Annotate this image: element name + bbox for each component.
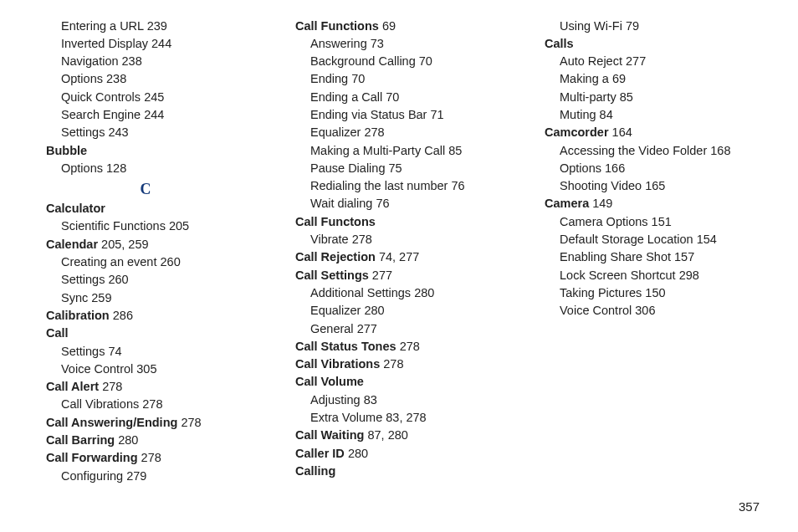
index-subentry[interactable]: Enabling Share Shot 157 xyxy=(545,248,760,266)
entry-page: 70 xyxy=(351,72,365,85)
index-heading[interactable]: Calibration 286 xyxy=(46,306,262,324)
index-subentry[interactable]: Voice Control 306 xyxy=(545,302,760,320)
entry-page: 157 xyxy=(674,250,694,263)
index-subentry[interactable]: Creating an event 260 xyxy=(46,253,262,271)
index-heading[interactable]: Call Answering/Ending 278 xyxy=(46,413,262,431)
index-subentry[interactable]: Options 166 xyxy=(545,159,760,176)
index-subentry[interactable]: Options 238 xyxy=(46,70,262,88)
index-subentry[interactable]: Configuring 279 xyxy=(46,467,262,484)
entry-label: Navigation xyxy=(61,54,119,68)
index-subentry[interactable]: Call Vibrations 278 xyxy=(46,396,262,413)
index-subentry[interactable]: Equalizer 278 xyxy=(295,124,511,141)
index-subentry[interactable]: Vibrate 278 xyxy=(295,231,511,248)
entry-page: 149 xyxy=(592,197,612,210)
index-subentry[interactable]: General 277 xyxy=(295,320,511,337)
index-subentry[interactable]: Shooting Video 165 xyxy=(545,177,760,195)
index-subentry[interactable]: Lock Screen Shortcut 298 xyxy=(545,266,760,284)
index-subentry[interactable]: Extra Volume 83, 278 xyxy=(295,409,511,427)
index-heading[interactable]: Calculator xyxy=(46,200,262,217)
index-subentry[interactable]: Taking Pictures 150 xyxy=(545,284,760,301)
entry-page: 306 xyxy=(635,304,655,317)
index-heading[interactable]: Call Barring 280 xyxy=(46,432,262,449)
entry-page: 205, 259 xyxy=(101,238,148,251)
entry-label: Call Waiting xyxy=(295,428,364,442)
index-heading[interactable]: Caller ID 280 xyxy=(295,444,511,462)
entry-page: 280 xyxy=(364,304,384,317)
index-subentry[interactable]: Settings 243 xyxy=(46,124,262,141)
entry-label: Call Status Tones xyxy=(295,340,396,353)
entry-page: 76 xyxy=(451,179,464,192)
index-heading[interactable]: Calendar 205, 259 xyxy=(46,235,262,253)
index-subentry[interactable]: Answering 73 xyxy=(295,34,511,52)
entry-page: 165 xyxy=(645,179,665,192)
entry-page: 76 xyxy=(376,197,389,210)
entry-label: Additional Settings xyxy=(310,286,411,299)
index-heading[interactable]: Camera 149 xyxy=(545,195,760,212)
index-heading[interactable]: Call Settings 277 xyxy=(295,266,511,284)
index-heading[interactable]: Call Functions 69 xyxy=(295,17,511,34)
index-subentry[interactable]: Wait dialing 76 xyxy=(295,195,511,212)
index-subentry[interactable]: Equalizer 280 xyxy=(295,302,511,320)
index-subentry[interactable]: Redialing the last number 76 xyxy=(295,177,511,195)
entry-page: 166 xyxy=(605,161,625,175)
index-heading[interactable]: Call Rejection 74, 277 xyxy=(295,248,511,266)
index-heading[interactable]: Camcorder 164 xyxy=(545,124,760,141)
entry-label: Making a Multi-Party Call xyxy=(310,144,445,157)
index-subentry[interactable]: Ending via Status Bar 71 xyxy=(295,105,511,123)
index-heading[interactable]: Call Volume xyxy=(295,373,511,391)
entry-label: Call Volume xyxy=(295,375,364,388)
index-subentry[interactable]: Multi-party 85 xyxy=(545,88,760,105)
index-subentry[interactable]: Auto Reject 277 xyxy=(545,53,760,70)
index-subentry[interactable]: Options 128 xyxy=(46,159,262,176)
index-subentry[interactable]: Adjusting 83 xyxy=(295,391,511,408)
entry-page: 244 xyxy=(151,37,171,50)
index-subentry[interactable]: Voice Control 305 xyxy=(46,360,262,377)
index-subentry[interactable]: Making a Multi-Party Call 85 xyxy=(295,141,511,159)
entry-label: Quick Controls xyxy=(61,90,141,104)
index-subentry[interactable]: Additional Settings 280 xyxy=(295,284,511,301)
index-subentry[interactable]: Entering a URL 239 xyxy=(46,17,262,34)
index-subentry[interactable]: Making a 69 xyxy=(545,70,760,88)
entry-label: Call Answering/Ending xyxy=(46,416,177,429)
index-subentry[interactable]: Search Engine 244 xyxy=(46,105,262,123)
index-subentry[interactable]: Navigation 238 xyxy=(46,53,262,70)
index-subentry[interactable]: Scientific Functions 205 xyxy=(46,217,262,235)
entry-label: Auto Reject xyxy=(560,54,622,68)
entry-page: 280 xyxy=(118,433,138,447)
index-subentry[interactable]: Inverted Display 244 xyxy=(46,34,262,52)
entry-page: 205 xyxy=(169,219,189,233)
index-subentry[interactable]: Default Storage Location 154 xyxy=(545,231,760,248)
index-heading[interactable]: Calls xyxy=(545,34,760,52)
entry-label: Inverted Display xyxy=(61,37,148,50)
index-heading[interactable]: Bubble xyxy=(46,141,262,159)
index-heading[interactable]: Call Alert 278 xyxy=(46,378,262,396)
entry-label: Calibration xyxy=(46,309,110,322)
entry-label: Call Functions xyxy=(295,19,379,33)
index-heading[interactable]: Call xyxy=(46,325,262,342)
index-heading[interactable]: Calling xyxy=(295,462,511,479)
index-subentry[interactable]: Pause Dialing 75 xyxy=(295,159,511,176)
index-subentry[interactable]: Settings 74 xyxy=(46,342,262,360)
index-subentry[interactable]: Camera Options 151 xyxy=(545,212,760,230)
index-heading[interactable]: Call Functons xyxy=(295,212,511,230)
index-heading[interactable]: Call Vibrations 278 xyxy=(295,356,511,373)
index-heading[interactable]: Call Waiting 87, 280 xyxy=(295,427,511,444)
index-subentry[interactable]: Accessing the Video Folder 168 xyxy=(545,141,760,159)
index-heading[interactable]: Call Status Tones 278 xyxy=(295,337,511,355)
index-subentry[interactable]: Using Wi-Fi 79 xyxy=(545,17,760,34)
index-subentry[interactable]: Background Calling 70 xyxy=(295,53,511,70)
entry-page: 278 xyxy=(383,357,403,371)
entry-label: Pause Dialing xyxy=(310,161,385,175)
index-subentry[interactable]: Ending 70 xyxy=(295,70,511,88)
index-subentry[interactable]: Settings 260 xyxy=(46,271,262,289)
entry-label: Call xyxy=(46,326,69,340)
entry-label: Entering a URL xyxy=(61,19,144,33)
page-number: 357 xyxy=(739,499,760,514)
entry-label: Calling xyxy=(295,464,335,478)
entry-label: Voice Control xyxy=(61,362,133,376)
index-subentry[interactable]: Ending a Call 70 xyxy=(295,88,511,105)
index-heading[interactable]: Call Forwarding 278 xyxy=(46,449,262,467)
index-subentry[interactable]: Muting 84 xyxy=(545,105,760,123)
index-subentry[interactable]: Sync 259 xyxy=(46,289,262,306)
index-subentry[interactable]: Quick Controls 245 xyxy=(46,88,262,105)
